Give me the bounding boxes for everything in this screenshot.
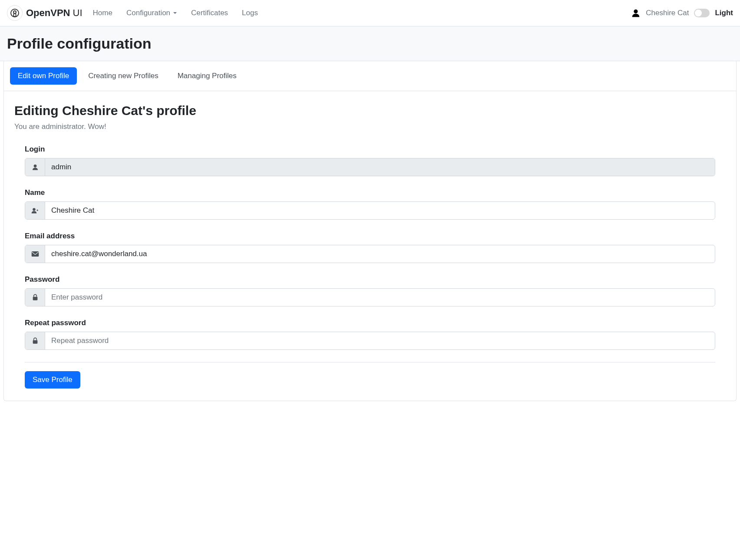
save-profile-button[interactable]: Save Profile: [25, 371, 80, 389]
caret-down-icon: [173, 11, 177, 15]
nav-home[interactable]: Home: [93, 9, 112, 17]
page-header: Profile configuration: [0, 26, 740, 61]
repeat-password-label: Repeat password: [25, 319, 715, 327]
brand-logo-icon: [7, 5, 23, 21]
brand-text: OpenVPN UI: [26, 7, 83, 19]
panel-subtext: You are administrator. Wow!: [14, 122, 726, 131]
name-input[interactable]: [45, 202, 715, 219]
tab-creating-new-profiles[interactable]: Creating new Profiles: [80, 67, 166, 85]
user-icon: [25, 158, 45, 176]
username[interactable]: Cheshire Cat: [646, 9, 689, 17]
password-input-group: [25, 288, 715, 306]
email-input-group: [25, 245, 715, 263]
email-input[interactable]: [45, 245, 715, 263]
nav-configuration-label: Configuration: [126, 9, 170, 17]
nav-right: Cheshire Cat Light: [631, 8, 733, 18]
login-input: [45, 158, 715, 176]
navbar: OpenVPN UI Home Configuration Certificat…: [0, 0, 740, 26]
form-group-name: Name: [25, 188, 715, 220]
email-label: Email address: [25, 232, 715, 240]
tabs: Edit own Profile Creating new Profiles M…: [4, 61, 736, 91]
svg-rect-7: [33, 340, 37, 344]
nav-configuration[interactable]: Configuration: [126, 9, 177, 17]
repeat-password-input[interactable]: [45, 332, 715, 349]
page-title: Profile configuration: [7, 35, 733, 52]
theme-toggle[interactable]: [694, 9, 710, 17]
tab-edit-own-profile[interactable]: Edit own Profile: [10, 67, 77, 85]
content-card: Edit own Profile Creating new Profiles M…: [3, 61, 737, 401]
repeat-password-input-group: [25, 332, 715, 350]
nav-logs[interactable]: Logs: [242, 9, 258, 17]
nav-links: Home Configuration Certificates Logs: [93, 9, 631, 17]
lock-icon: [25, 289, 45, 306]
password-input[interactable]: [45, 289, 715, 306]
panel: Editing Cheshire Cat's profile You are a…: [4, 91, 736, 401]
divider: [25, 362, 715, 362]
user-icon: [631, 8, 641, 18]
form-group-repeat-password: Repeat password: [25, 319, 715, 350]
panel-heading: Editing Cheshire Cat's profile: [14, 103, 726, 118]
theme-label: Light: [715, 9, 733, 17]
svg-point-2: [634, 10, 638, 13]
form-group-password: Password: [25, 275, 715, 306]
svg-point-4: [33, 208, 35, 211]
svg-point-3: [33, 165, 36, 168]
name-label: Name: [25, 188, 715, 197]
form-group-login: Login: [25, 145, 715, 176]
user-plus-icon: [25, 202, 45, 219]
form: Login Name: [14, 145, 726, 389]
tab-managing-profiles[interactable]: Managing Profiles: [170, 67, 244, 85]
name-input-group: [25, 201, 715, 220]
brand[interactable]: OpenVPN UI: [7, 5, 83, 21]
nav-certificates[interactable]: Certificates: [191, 9, 228, 17]
password-label: Password: [25, 275, 715, 284]
envelope-icon: [25, 245, 45, 263]
lock-icon: [25, 332, 45, 349]
svg-rect-6: [33, 297, 37, 300]
svg-rect-5: [31, 251, 39, 257]
form-group-email: Email address: [25, 232, 715, 263]
login-label: Login: [25, 145, 715, 154]
login-input-group: [25, 158, 715, 176]
